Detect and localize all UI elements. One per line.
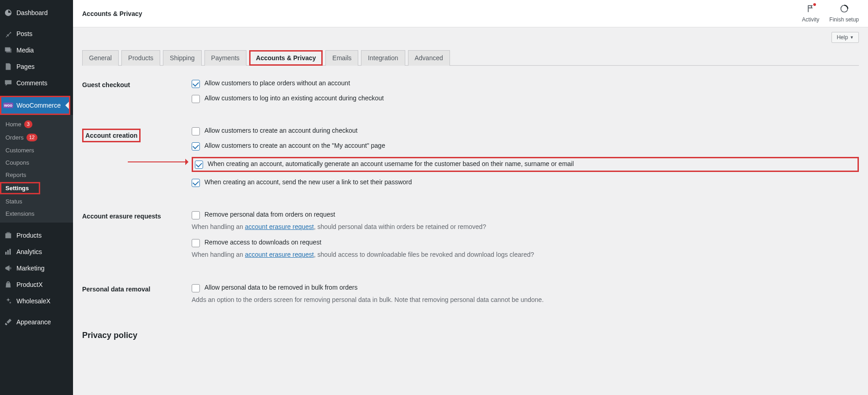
sidebar-sub-label: Orders [5,134,24,141]
sidebar-item-label: Marketing [16,265,44,272]
section-label-account-creation: Account creation [82,129,141,142]
sidebar-item-wholesalex[interactable]: WholesaleX [0,293,73,309]
checkbox-label: When creating an account, send the new u… [204,178,412,186]
activity-button[interactable]: Activity [802,4,819,23]
count-badge: 12 [26,134,37,141]
sidebar-item-label: Dashboard [16,9,48,16]
sidebar-sub-home[interactable]: Home 3 [0,118,73,131]
sidebar-item-marketing[interactable]: Marketing [0,260,73,276]
erasure-request-link[interactable]: account erasure request [245,223,314,230]
settings-tabs: General Products Shipping Payments Accou… [82,50,859,66]
section-label-erasure: Account erasure requests [82,211,192,220]
tab-emails[interactable]: Emails [325,50,358,66]
sidebar-item-appearance[interactable]: Appearance [0,314,73,330]
finish-setup-label: Finish setup [829,16,859,23]
pin-icon [4,29,13,38]
main-content: Accounts & Privacy Activity Finish setup… [73,0,868,395]
sidebar-sub-customers[interactable]: Customers [0,144,73,156]
sidebar-sub-label: Customers [5,147,34,154]
sidebar-sub-status[interactable]: Status [0,195,73,208]
sidebar-item-woocommerce[interactable]: woo WooCommerce [1,97,69,114]
finish-setup-button[interactable]: Finish setup [829,4,859,23]
sidebar-item-media[interactable]: Media [0,42,73,58]
top-bar: Accounts & Privacy Activity Finish setup [73,0,868,27]
tab-shipping[interactable]: Shipping [163,50,202,66]
sidebar-sub-label: Settings [5,185,29,192]
media-icon [4,46,13,55]
checkbox-label: Allow personal data to be removed in bul… [204,284,357,291]
svg-point-5 [9,267,11,269]
settings-content: Help ▼ General Products Shipping Payment… [73,27,868,354]
checkbox-create-account-myaccount[interactable] [192,142,200,151]
svg-rect-0 [5,234,11,239]
page-icon [4,62,13,71]
comment-icon [4,78,13,88]
checkbox-remove-data-on-request[interactable] [192,211,200,219]
sidebar-sub-label: Status [5,198,22,205]
flag-icon [806,4,815,16]
svg-rect-1 [6,232,10,234]
sidebar-item-label: Products [16,232,42,239]
svg-rect-3 [7,250,9,255]
tab-payments[interactable]: Payments [204,50,246,66]
sidebar-sub-settings[interactable]: Settings [1,183,39,193]
woocommerce-icon: woo [4,101,13,110]
sidebar-item-label: Media [16,47,34,54]
checkbox-create-account-checkout[interactable] [192,127,200,135]
checkbox-allow-login-checkout[interactable] [192,95,200,103]
checkbox-label: Allow customers to log into an existing … [204,94,384,102]
erasure-request-link[interactable]: account erasure request [245,251,314,258]
checkbox-send-password-link[interactable] [192,179,200,187]
sidebar-item-label: Pages [16,63,35,70]
checkbox-label: When creating an account, automatically … [208,160,574,167]
help-label: Help [837,34,848,41]
tab-accounts-privacy[interactable]: Accounts & Privacy [249,50,323,66]
checkbox-allow-guest-orders[interactable] [192,80,200,88]
sidebar-item-dashboard[interactable]: Dashboard [0,5,73,21]
sidebar-sub-label: Extensions [5,210,35,217]
checkbox-label: Allow customers to create an account dur… [204,127,357,134]
sidebar-sub-orders[interactable]: Orders 12 [0,131,73,144]
page-title: Accounts & Privacy [82,10,142,17]
megaphone-icon [4,264,13,273]
description-text: When handling an account erasure request… [192,223,859,230]
sidebar-item-label: Comments [16,79,47,87]
caret-down-icon: ▼ [850,35,854,40]
notification-dot-icon [813,3,816,6]
sidebar-item-comments[interactable]: Comments [0,75,73,91]
products-icon [4,231,13,240]
analytics-icon [4,247,13,256]
progress-circle-icon [840,4,849,16]
activity-label: Activity [802,16,819,23]
sidebar-item-analytics[interactable]: Analytics [0,244,73,260]
sidebar-sub-coupons[interactable]: Coupons [0,156,73,169]
dashboard-icon [4,8,13,17]
checkbox-auto-generate-username[interactable] [195,161,203,169]
sidebar-sub-label: Home [5,121,21,128]
woocommerce-submenu: Home 3 Orders 12 Customers Coupons Repor… [0,115,73,223]
checkbox-label: Remove personal data from orders on requ… [204,211,335,218]
sidebar-sub-extensions[interactable]: Extensions [0,208,73,220]
sidebar-sub-label: Reports [5,172,26,178]
tab-products[interactable]: Products [121,50,160,66]
sidebar-item-label: WholesaleX [16,297,51,305]
description-text: Adds an option to the orders screen for … [192,296,859,303]
tab-integration[interactable]: Integration [361,50,405,66]
tab-advanced[interactable]: Advanced [408,50,450,66]
svg-rect-4 [10,249,11,255]
checkbox-label: Remove access to downloads on request [204,239,321,246]
admin-sidebar: Dashboard Posts Media Pages Comments woo… [0,0,73,395]
annotation-arrow-icon [128,161,187,162]
sidebar-item-pages[interactable]: Pages [0,58,73,75]
sidebar-sub-label: Coupons [5,159,29,166]
section-label-privacy-policy: Privacy policy [82,329,192,340]
sidebar-sub-reports[interactable]: Reports [0,169,73,181]
sidebar-item-posts[interactable]: Posts [0,26,73,42]
sidebar-item-productx[interactable]: ProductX [0,276,73,293]
checkbox-bulk-remove-data[interactable] [192,284,200,292]
sidebar-item-products[interactable]: Products [0,227,73,244]
help-toggle[interactable]: Help ▼ [831,32,859,43]
tab-general[interactable]: General [82,50,119,66]
checkbox-remove-downloads-on-request[interactable] [192,239,200,247]
svg-point-6 [10,302,11,304]
